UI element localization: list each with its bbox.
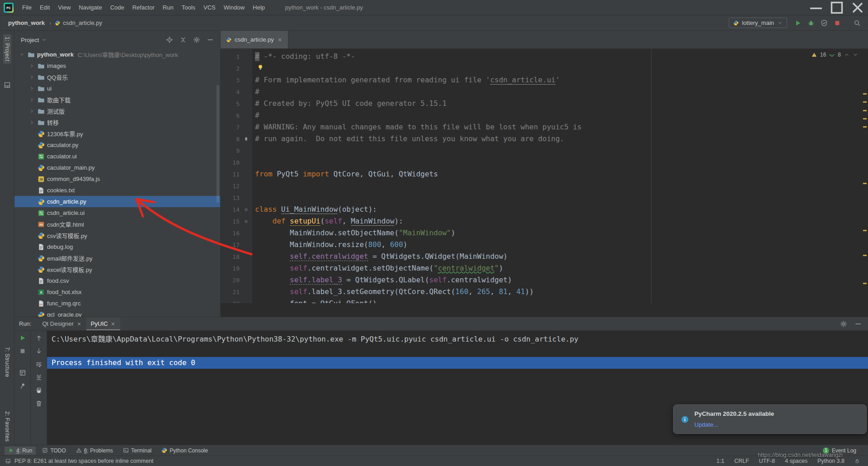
code-line[interactable]: # Created by: PyQt5 UI code generator 5.… (255, 98, 868, 109)
breadcrumb-item[interactable]: csdn_article.py (62, 19, 103, 26)
file-encoding[interactable]: UTF-8 (759, 458, 775, 464)
code-line[interactable] (255, 145, 868, 157)
code-line[interactable]: # Form implementation generated from rea… (255, 74, 868, 86)
inspection-mark[interactable] (863, 283, 867, 284)
menu-window[interactable]: Window (220, 0, 249, 15)
tree-item-project-root[interactable]: python_workC:\Users\章魏康\Desktop\python_w… (14, 49, 220, 60)
inspection-mark[interactable] (863, 255, 867, 256)
code-line[interactable]: MainWindow.resize(800, 600) (255, 239, 868, 251)
tree-item[interactable]: csdn_article.ui (14, 207, 220, 219)
fold-marker-icon[interactable] (242, 207, 250, 212)
inspection-mark[interactable] (863, 126, 867, 128)
printer-icon[interactable] (35, 387, 42, 394)
chevron-right-icon[interactable] (28, 120, 35, 125)
chevron-right-icon[interactable] (28, 109, 35, 114)
gutter-line[interactable]: 21 (221, 286, 252, 298)
tree-item[interactable]: food.csv (14, 275, 220, 286)
code-line[interactable]: def setupUi(self, MainWindow): (255, 215, 868, 227)
gutter-line[interactable]: 19 (221, 262, 252, 274)
layout-icon[interactable] (19, 369, 26, 376)
gutter-line[interactable]: 14 (221, 204, 252, 215)
console-line[interactable]: Process finished with exit code 0 (47, 357, 868, 369)
interpreter[interactable]: Python 3.8 (817, 458, 844, 464)
gutter-line[interactable]: 11 (221, 168, 252, 180)
coverage-icon[interactable] (821, 19, 828, 27)
inspection-mark[interactable] (863, 118, 867, 119)
line-separator[interactable]: CRLF (734, 458, 749, 464)
arrow-up-icon[interactable] (35, 334, 42, 342)
chevron-down-icon[interactable] (853, 52, 858, 57)
indent-style[interactable]: 4 spaces (785, 458, 807, 464)
tree-item[interactable]: JScommon_d9439fa.js (14, 173, 220, 185)
tool-window-button[interactable]: 4: Run (5, 447, 36, 455)
caret-position[interactable]: 1:1 (717, 458, 724, 464)
menu-edit[interactable]: Edit (36, 0, 54, 15)
tree-item[interactable]: </>func_img.qrc (14, 298, 220, 309)
inspection-mark[interactable] (863, 230, 867, 231)
chevron-down-icon[interactable] (18, 52, 25, 57)
code-line[interactable]: # -*- coding: utf-8 -*- (255, 51, 868, 62)
tool-windows-icon[interactable] (5, 458, 11, 464)
inspection-mark[interactable] (863, 183, 867, 184)
menu-tools[interactable]: Tools (178, 0, 199, 15)
tree-item[interactable]: QQ音乐 (14, 71, 220, 83)
breadcrumb-item[interactable]: python_work (7, 19, 46, 26)
menu-view[interactable]: View (54, 0, 75, 15)
gutter-line[interactable]: 3 (221, 74, 252, 86)
trash-icon[interactable] (35, 400, 42, 407)
gutter-line[interactable]: 10 (221, 157, 252, 168)
code-line[interactable]: self.label_3.setGeometry(QtCore.QRect(16… (255, 286, 868, 298)
close-icon[interactable] (76, 321, 82, 327)
menu-run[interactable]: Run (159, 0, 178, 15)
tree-item[interactable]: email邮件发送.py (14, 252, 220, 264)
chevron-right-icon[interactable] (28, 63, 35, 68)
tool-button-favorites[interactable]: 2: Favorites (3, 409, 11, 444)
menu-vcs[interactable]: VCS (199, 0, 220, 15)
gutter-line[interactable]: 5 (221, 98, 252, 109)
soft-wrap-icon[interactable] (35, 361, 42, 368)
code-line[interactable]: self.label_3 = QtWidgets.QLabel(self.cen… (255, 274, 868, 286)
gutter-line[interactable]: 2 (221, 62, 252, 74)
hide-icon[interactable] (207, 36, 214, 43)
tree-item[interactable]: ui (14, 83, 220, 94)
gutter-line[interactable]: 9 (221, 145, 252, 157)
gutter-line[interactable]: 8 (221, 133, 252, 145)
arrow-down-icon[interactable] (35, 347, 42, 355)
tree-item[interactable]: 转移 (14, 117, 220, 128)
gutter-line[interactable]: 13 (221, 192, 252, 204)
gutter-line[interactable]: 16 (221, 227, 252, 239)
tree-item[interactable]: gcl_oracle.py (14, 309, 220, 317)
code-line[interactable]: class Ui_MainWindow(object): (255, 204, 868, 215)
tree-item[interactable]: csv读写模板.py (14, 230, 220, 241)
chevron-up-icon[interactable] (844, 52, 849, 57)
settings-icon[interactable] (840, 320, 847, 328)
tree-item[interactable]: excel读写模板.py (14, 264, 220, 275)
menu-refactor[interactable]: Refactor (128, 0, 159, 15)
code-line[interactable]: # (255, 86, 868, 98)
chevron-right-icon[interactable] (28, 97, 35, 102)
console-line[interactable] (47, 345, 868, 357)
code-line[interactable] (255, 180, 868, 192)
gutter-line[interactable]: 15 (221, 215, 252, 227)
run-tab[interactable]: PyUIC (86, 317, 121, 330)
tool-window-button[interactable]: 6: Problems (72, 447, 117, 455)
settings-icon[interactable] (193, 36, 200, 43)
gutter-line[interactable]: 1 (221, 51, 252, 62)
close-window-icon[interactable] (847, 0, 868, 15)
search-icon[interactable] (854, 19, 861, 27)
chevron-right-icon[interactable] (28, 86, 35, 91)
editor-gutter[interactable]: 12345678910111213141516171819202122 (221, 49, 252, 303)
menu-file[interactable]: File (18, 0, 36, 15)
gutter-line[interactable]: 17 (221, 239, 252, 251)
maximize-icon[interactable] (826, 0, 847, 15)
code-line[interactable]: # (255, 109, 868, 121)
tree-item[interactable]: caculator.ui (14, 151, 220, 162)
pin-icon[interactable] (19, 382, 26, 390)
debug-icon[interactable] (807, 19, 815, 27)
code-line[interactable]: from PyQt5 import QtCore, QtGui, QtWidge… (255, 168, 868, 180)
run-configuration-select[interactable]: lottery_main (729, 18, 787, 28)
code-line[interactable]: # run again. Do not edit this file unles… (255, 133, 868, 145)
menu-navigate[interactable]: Navigate (75, 0, 106, 15)
collapse-all-icon[interactable] (179, 36, 187, 43)
tree-item[interactable]: cookies.txt (14, 185, 220, 196)
